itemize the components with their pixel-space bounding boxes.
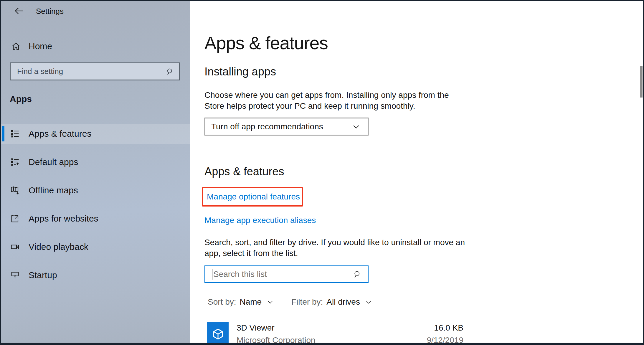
back-arrow-icon bbox=[14, 6, 24, 16]
search-this-list-input[interactable] bbox=[212, 266, 353, 282]
manage-app-execution-aliases-link[interactable]: Manage app execution aliases bbox=[204, 216, 316, 225]
sidebar-nav: Apps & features Default apps bbox=[1, 124, 190, 293]
sidebar-item-video-playback[interactable]: Video playback bbox=[1, 237, 190, 257]
apps-features-section-heading: Apps & features bbox=[204, 165, 284, 178]
manage-optional-features-link[interactable]: Manage optional features bbox=[203, 192, 300, 202]
app-publisher: Microsoft Corporation bbox=[237, 336, 316, 345]
sort-by-label: Sort by: bbox=[208, 297, 236, 307]
search-sort-description: Search, sort, and filter by drive. If yo… bbox=[204, 237, 465, 259]
sort-by-dropdown[interactable]: Sort by: Name bbox=[208, 297, 274, 307]
sidebar-item-home[interactable]: Home bbox=[1, 37, 190, 56]
offline-maps-icon bbox=[11, 186, 19, 195]
sidebar-item-apps-for-websites[interactable]: Apps for websites bbox=[1, 209, 190, 229]
sort-filter-bar: Sort by: Name Filter by: All drives bbox=[190, 297, 643, 309]
sidebar-item-default-apps[interactable]: Default apps bbox=[1, 152, 190, 172]
dropdown-selected-value: Turn off app recommendations bbox=[205, 122, 352, 131]
filter-by-dropdown[interactable]: Filter by: All drives bbox=[291, 297, 372, 307]
app-install-date: 9/12/2019 bbox=[427, 336, 463, 345]
search-icon[interactable] bbox=[353, 270, 362, 279]
page-title: Apps & features bbox=[204, 33, 328, 53]
app-title: Settings bbox=[36, 7, 64, 16]
sidebar-item-label: Home bbox=[29, 41, 52, 51]
installing-apps-heading: Installing apps bbox=[204, 65, 276, 78]
sidebar-item-label: Video playback bbox=[29, 242, 88, 252]
installing-apps-description: Choose where you can get apps from. Inst… bbox=[204, 90, 449, 111]
chevron-down-icon bbox=[266, 298, 274, 306]
sidebar-item-label: Offline maps bbox=[29, 185, 78, 195]
sidebar-item-startup[interactable]: Startup bbox=[1, 265, 190, 285]
app-size: 16.0 KB bbox=[434, 323, 463, 333]
sidebar-item-label: Startup bbox=[29, 270, 57, 280]
home-icon bbox=[11, 42, 20, 51]
chevron-down-icon bbox=[352, 122, 361, 131]
search-icon[interactable] bbox=[166, 67, 174, 76]
sort-by-value: Name bbox=[240, 297, 262, 307]
find-setting-searchbox[interactable] bbox=[10, 62, 180, 80]
sidebar: Settings Home Apps bbox=[1, 1, 190, 343]
sidebar-item-label: Default apps bbox=[29, 157, 78, 167]
apps-features-icon bbox=[11, 129, 19, 138]
app-list-row-3d-viewer[interactable]: 3D Viewer Microsoft Corporation 16.0 KB … bbox=[204, 322, 463, 345]
back-button[interactable] bbox=[11, 4, 27, 18]
app-recommendations-dropdown[interactable]: Turn off app recommendations bbox=[204, 118, 369, 136]
main-content: Apps & features Installing apps Choose w… bbox=[190, 1, 643, 343]
sidebar-item-apps-features[interactable]: Apps & features bbox=[1, 124, 190, 144]
startup-icon bbox=[11, 271, 19, 280]
apps-for-websites-icon bbox=[11, 214, 19, 223]
video-playback-icon bbox=[11, 242, 19, 251]
sidebar-section-header: Apps bbox=[10, 94, 32, 104]
settings-window: Settings Home Apps bbox=[0, 0, 644, 345]
app-name: 3D Viewer bbox=[237, 323, 275, 333]
search-this-list-box[interactable] bbox=[204, 265, 369, 283]
3d-viewer-app-icon bbox=[207, 322, 229, 345]
default-apps-icon bbox=[11, 158, 19, 166]
sidebar-item-label: Apps & features bbox=[29, 129, 91, 139]
filter-by-value: All drives bbox=[326, 297, 360, 307]
sidebar-item-label: Apps for websites bbox=[29, 214, 98, 224]
annotation-highlight-box: Manage optional features bbox=[202, 187, 303, 207]
chevron-down-icon bbox=[365, 298, 372, 306]
filter-by-label: Filter by: bbox=[291, 297, 323, 307]
find-setting-input[interactable] bbox=[11, 63, 166, 80]
sidebar-item-offline-maps[interactable]: Offline maps bbox=[1, 180, 190, 200]
scrollbar-thumb[interactable] bbox=[640, 66, 643, 98]
